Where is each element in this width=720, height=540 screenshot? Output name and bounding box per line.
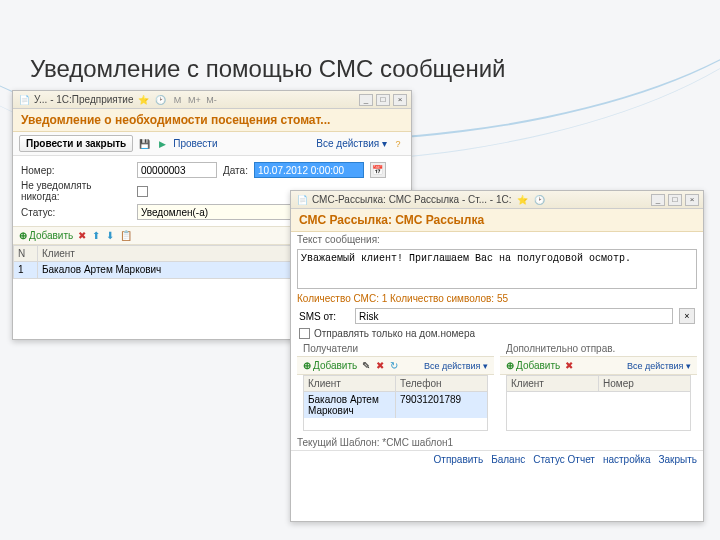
col-right-client[interactable]: Клиент: [507, 376, 599, 391]
page-title: Уведомление с помощью СМС сообщений: [30, 55, 506, 83]
form-toolbar: Провести и закрыть 💾 ▶ Провести Все дейс…: [13, 132, 411, 156]
sms-from-field[interactable]: [355, 308, 673, 324]
sms-count-info: Количество СМС: 1 Количество символов: 5…: [291, 291, 703, 306]
footer-bar: Отправить Баланс Статус Отчет настройка …: [291, 450, 703, 468]
fav-icon[interactable]: ⭐: [136, 93, 150, 107]
delete-row-icon[interactable]: ✖: [77, 229, 87, 242]
number-field[interactable]: [137, 162, 217, 178]
template-label: Текущий Шаблон: *СМС шаблон1: [291, 435, 703, 450]
fav-icon[interactable]: ⭐: [515, 193, 529, 207]
date-picker-button[interactable]: 📅: [370, 162, 386, 178]
date-label: Дата:: [223, 165, 248, 176]
extra-title: Дополнительно отправ.: [500, 341, 697, 356]
suppress-checkbox[interactable]: [137, 186, 148, 197]
move-up-icon[interactable]: ⬆: [91, 229, 101, 242]
sms-from-clear-button[interactable]: ×: [679, 308, 695, 324]
history-icon[interactable]: 🕑: [532, 193, 546, 207]
app-icon: 📄: [17, 93, 31, 107]
all-actions-link[interactable]: Все действия ▾: [316, 138, 387, 149]
app-icon: 📄: [295, 193, 309, 207]
m-minus-icon[interactable]: M-: [204, 93, 218, 107]
cell-n: 1: [14, 262, 38, 279]
help-icon[interactable]: ?: [391, 137, 405, 151]
sms-from-label: SMS от:: [299, 311, 349, 322]
delete-icon[interactable]: ✖: [375, 359, 385, 372]
list-icon[interactable]: 📋: [119, 229, 133, 242]
minimize-button[interactable]: _: [651, 194, 665, 206]
window-sms: 📄 СМС-Рассылка: СМС Рассылка - Ст... - 1…: [290, 190, 704, 522]
move-down-icon[interactable]: ⬇: [105, 229, 115, 242]
save-icon[interactable]: 💾: [137, 137, 151, 151]
status-label: Статус:: [21, 207, 131, 218]
msg-textarea[interactable]: Уважаемый клиент! Приглашаем Вас на полу…: [297, 249, 697, 289]
number-label: Номер:: [21, 165, 131, 176]
form-header: Уведомление о необходимости посещения ст…: [13, 109, 411, 132]
cell-left-client: Бакалов Артем Маркович: [304, 392, 396, 418]
msg-label: Текст сообщения:: [291, 232, 703, 247]
status-field[interactable]: [137, 204, 307, 220]
col-left-client[interactable]: Клиент: [304, 376, 396, 391]
balance-button[interactable]: Баланс: [491, 454, 525, 465]
m-plus-icon[interactable]: M+: [187, 93, 201, 107]
status-report-button[interactable]: Статус Отчет: [533, 454, 595, 465]
add-row-button[interactable]: ⊕Добавить: [19, 230, 73, 241]
form-header-2: СМС Рассылка: СМС Рассылка: [291, 209, 703, 232]
date-field[interactable]: [254, 162, 364, 178]
col-right-number[interactable]: Номер: [599, 376, 690, 391]
col-left-phone[interactable]: Телефон: [396, 376, 487, 391]
add-extra-button[interactable]: ⊕Добавить: [506, 360, 560, 371]
edit-icon[interactable]: ✎: [361, 359, 371, 372]
cell-left-phone: 79031201789: [396, 392, 487, 418]
titlebar-win1: 📄 У... - 1С:Предприятие ⭐ 🕑 M M+ M- _ □ …: [13, 91, 411, 109]
titlebar-text-2: СМС-Рассылка: СМС Рассылка - Ст... - 1С:…: [312, 194, 512, 205]
history-icon[interactable]: 🕑: [153, 93, 167, 107]
add-recipient-button[interactable]: ⊕Добавить: [303, 360, 357, 371]
all-actions-right[interactable]: Все действия ▾: [627, 361, 691, 371]
home-only-label: Отправлять только на дом.номера: [314, 328, 475, 339]
close-button[interactable]: ×: [685, 194, 699, 206]
maximize-button[interactable]: □: [376, 94, 390, 106]
refresh-icon[interactable]: ↻: [389, 359, 399, 372]
close-button[interactable]: ×: [393, 94, 407, 106]
minimize-button[interactable]: _: [359, 94, 373, 106]
delete-extra-icon[interactable]: ✖: [564, 359, 574, 372]
close-form-button[interactable]: Закрыть: [658, 454, 697, 465]
recipients-grid[interactable]: Бакалов Артем Маркович 79031201789: [303, 391, 488, 431]
send-button[interactable]: Отправить: [434, 454, 484, 465]
recipients-title: Получатели: [297, 341, 494, 356]
post-and-close-button[interactable]: Провести и закрыть: [19, 135, 133, 152]
titlebar-win2: 📄 СМС-Рассылка: СМС Рассылка - Ст... - 1…: [291, 191, 703, 209]
recipient-row[interactable]: Бакалов Артем Маркович 79031201789: [304, 392, 487, 418]
all-actions-left[interactable]: Все действия ▾: [424, 361, 488, 371]
post-link[interactable]: Провести: [173, 138, 217, 149]
col-n[interactable]: N: [14, 246, 38, 262]
extra-grid[interactable]: [506, 391, 691, 431]
settings-button[interactable]: настройка: [603, 454, 651, 465]
m-icon[interactable]: M: [170, 93, 184, 107]
suppress-label: Не уведомлять никогда:: [21, 180, 131, 202]
maximize-button[interactable]: □: [668, 194, 682, 206]
home-only-checkbox[interactable]: [299, 328, 310, 339]
post-icon[interactable]: ▶: [155, 137, 169, 151]
titlebar-text: У... - 1С:Предприятие: [34, 94, 133, 105]
